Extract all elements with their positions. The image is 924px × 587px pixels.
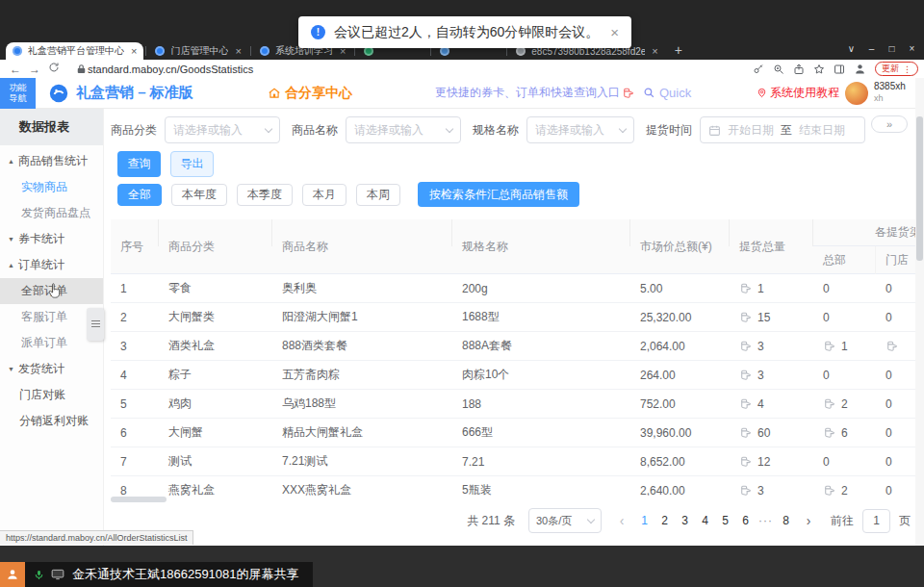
page-ellipsis[interactable]: ··· — [756, 514, 776, 527]
new-tab-button[interactable]: + — [675, 42, 682, 58]
page-number[interactable]: 5 — [715, 514, 735, 527]
pickup-hand-icon[interactable] — [739, 397, 752, 410]
bookmark-star-icon[interactable] — [813, 64, 825, 75]
sidebar-collapse-handle[interactable] — [87, 308, 104, 341]
tab-close-icon[interactable]: × — [131, 45, 137, 57]
share-center-link[interactable]: 合分享中心 — [268, 85, 352, 102]
tutorial-link[interactable]: 系统使用教程 — [757, 85, 839, 101]
page-number[interactable]: 4 — [695, 514, 715, 527]
back-icon[interactable]: ← — [6, 63, 25, 76]
minimize-icon[interactable]: – — [863, 43, 880, 54]
sidebar-item[interactable]: ▼券卡统计 — [0, 226, 103, 252]
lock-icon[interactable] — [77, 64, 86, 74]
next-page-button[interactable]: › — [800, 513, 817, 528]
sidebar-item[interactable]: ▼发货统计 — [0, 356, 103, 382]
microphone-icon[interactable] — [34, 569, 44, 581]
pickup-hand-icon[interactable] — [739, 311, 752, 323]
tab-search-icon[interactable]: ∨ — [843, 43, 860, 54]
scrollbar-thumb[interactable] — [111, 497, 167, 502]
profile-icon[interactable] — [854, 63, 866, 75]
page-number[interactable]: 6 — [735, 514, 756, 527]
browser-tab[interactable]: 礼盒营销平台管理中心× — [6, 42, 143, 60]
end-date-placeholder[interactable]: 结束日期 — [799, 122, 845, 139]
pickup-hand-icon[interactable] — [823, 340, 835, 352]
side-panel-icon[interactable] — [834, 64, 845, 75]
sidebar-item[interactable]: 实物商品 — [0, 174, 103, 200]
cell-category: 测试 — [159, 453, 272, 470]
screen-share-icon[interactable] — [51, 569, 64, 580]
range-button[interactable]: 本周 — [356, 184, 400, 206]
browser-update-button[interactable]: 更新 ⋮ — [875, 62, 918, 76]
user-info[interactable]: 8385xh xh — [874, 81, 906, 104]
url-text[interactable]: standard.maboy.cn/GoodsStatistics — [88, 64, 253, 75]
vertical-scrollbar-thumb[interactable] — [916, 116, 923, 261]
toast-close-icon[interactable]: × — [610, 24, 619, 40]
page-number[interactable]: 8 — [776, 514, 796, 527]
tab-favicon-icon — [13, 46, 22, 56]
more-filters-button[interactable]: » — [871, 115, 908, 133]
page-number[interactable]: 1 — [634, 514, 654, 527]
share-icon[interactable] — [793, 64, 805, 75]
tab-close-icon[interactable]: × — [235, 45, 241, 57]
range-button[interactable]: 本月 — [302, 184, 346, 206]
cell-value: 3 — [757, 369, 764, 382]
tab-favicon-icon — [260, 46, 270, 56]
tab-favicon-icon — [155, 46, 165, 56]
tab-title: 门店管理中心 — [170, 44, 228, 58]
sidebar-item[interactable]: 门店对账 — [0, 382, 103, 408]
function-nav-button[interactable]: 功能 导航 — [0, 78, 36, 109]
quick-search-icon[interactable] — [643, 87, 655, 99]
column-header: 商品分类 — [159, 239, 272, 255]
page-number[interactable]: 2 — [654, 514, 675, 527]
table-body: 1零食奥利奥200g5.001002大闸蟹类阳澄湖大闸蟹11688型25,320… — [111, 274, 924, 496]
pickup-hand-icon[interactable] — [739, 369, 752, 381]
reload-icon[interactable] — [44, 62, 64, 76]
filter-select[interactable]: 请选择或输入 — [165, 116, 280, 143]
cell-hq: 6 — [813, 426, 876, 440]
goto-page-input[interactable] — [862, 509, 890, 533]
cell-value: 2 — [841, 484, 848, 497]
sidebar-item[interactable]: ▲订单统计 — [0, 252, 103, 278]
vertical-scrollbar[interactable] — [915, 78, 924, 546]
user-avatar[interactable] — [845, 82, 868, 105]
prev-page-button[interactable]: ‹ — [613, 513, 630, 528]
pickup-hand-icon[interactable] — [739, 340, 752, 352]
pickup-hand-icon[interactable] — [886, 340, 898, 352]
user-sub-name: xh — [874, 93, 906, 104]
summary-button[interactable]: 按检索条件汇总商品销售额 — [418, 182, 579, 207]
cell-hq: 2 — [813, 397, 876, 411]
search-button[interactable]: 查询 — [117, 151, 161, 177]
filter-select[interactable]: 请选择或输入 — [526, 116, 634, 143]
date-range-picker[interactable]: 开始日期至结束日期 — [700, 116, 865, 143]
pickup-hand-icon[interactable] — [739, 484, 752, 496]
start-date-placeholder[interactable]: 开始日期 — [728, 122, 774, 139]
export-button[interactable]: 导出 — [170, 151, 214, 177]
browser-tab[interactable]: 门店管理中心× — [148, 42, 247, 60]
page-number[interactable]: 3 — [675, 514, 695, 527]
quick-label[interactable]: Quick — [659, 86, 691, 100]
menu-dots-icon[interactable]: ⋮ — [903, 64, 911, 74]
forward-icon[interactable]: → — [25, 63, 44, 76]
zoom-icon[interactable] — [773, 64, 784, 75]
pickup-hand-icon[interactable] — [823, 484, 835, 496]
pickup-hand-icon[interactable] — [823, 426, 835, 439]
horizontal-scrollbar[interactable] — [111, 497, 924, 502]
sidebar-item[interactable]: 发货商品盘点 — [0, 200, 103, 226]
pickup-hand-icon[interactable] — [739, 455, 752, 468]
maximize-icon[interactable]: □ — [884, 43, 900, 54]
cell-category: 燕窝礼盒 — [159, 482, 272, 496]
filter-select[interactable]: 请选择或输入 — [346, 116, 461, 143]
key-icon[interactable] — [753, 64, 764, 75]
sidebar-item[interactable]: ▲商品销售统计 — [0, 148, 103, 174]
window-close-icon[interactable]: × — [904, 43, 920, 54]
chevron-down-icon — [587, 515, 595, 523]
sidebar-item[interactable]: 分销返利对账 — [0, 408, 103, 434]
pickup-hand-icon[interactable] — [823, 397, 835, 410]
pickup-hand-icon[interactable] — [739, 282, 752, 294]
pickup-hand-icon[interactable] — [739, 426, 752, 439]
range-button[interactable]: 本年度 — [171, 184, 227, 206]
tab-close-icon[interactable]: × — [652, 45, 657, 57]
range-button[interactable]: 本季度 — [237, 184, 293, 206]
range-button[interactable]: 全部 — [117, 184, 162, 206]
page-size-select[interactable]: 30条/页 — [528, 508, 602, 533]
